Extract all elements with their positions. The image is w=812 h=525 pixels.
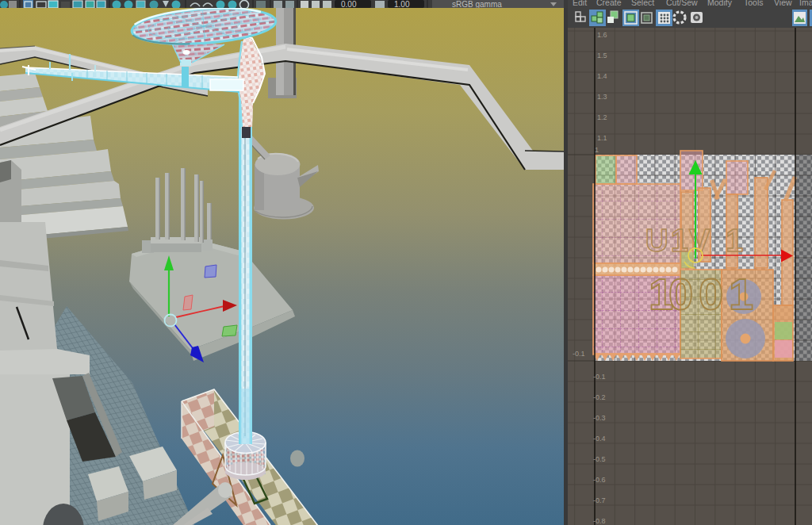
svg-text:Edit: Edit: [573, 0, 587, 7]
svg-text:0: 0: [668, 269, 693, 319]
svg-text:-0.2: -0.2: [593, 393, 606, 401]
svg-text:Image: Image: [799, 0, 812, 7]
svg-text:Select: Select: [631, 0, 654, 7]
svg-text:1.3: 1.3: [597, 93, 607, 101]
svg-text:-0.3: -0.3: [593, 414, 606, 422]
svg-text:-0.5: -0.5: [593, 455, 606, 463]
svg-text:V: V: [689, 223, 710, 258]
svg-text:1: 1: [595, 146, 599, 154]
svg-text:sRGB gamma: sRGB gamma: [452, 0, 502, 9]
svg-text:1: 1: [671, 223, 688, 258]
svg-text:-0.7: -0.7: [593, 496, 606, 504]
svg-text:Create: Create: [596, 0, 622, 7]
svg-text:-0.6: -0.6: [593, 476, 606, 484]
svg-text:1.5: 1.5: [597, 52, 607, 59]
svg-text:1: 1: [729, 269, 753, 319]
svg-text:View: View: [774, 0, 792, 7]
svg-text:-0.8: -0.8: [593, 517, 606, 525]
svg-text:-0.1: -0.1: [593, 373, 606, 381]
svg-text:1.1: 1.1: [597, 134, 607, 142]
svg-text:Modify: Modify: [707, 0, 733, 7]
svg-text:0.00: 0.00: [341, 0, 357, 9]
svg-text:Cut/Sew: Cut/Sew: [666, 0, 698, 7]
svg-text:0: 0: [699, 269, 723, 319]
svg-text:-0.4: -0.4: [593, 435, 606, 443]
svg-text:1.2: 1.2: [597, 113, 607, 121]
svg-text:1.00: 1.00: [394, 0, 410, 9]
svg-text:Tools: Tools: [744, 0, 764, 7]
svg-text:1: 1: [726, 223, 743, 258]
svg-text:-0.1: -0.1: [573, 350, 585, 358]
svg-text:U: U: [645, 223, 668, 258]
svg-text:1.4: 1.4: [597, 72, 607, 80]
svg-text:1.6: 1.6: [597, 31, 607, 39]
